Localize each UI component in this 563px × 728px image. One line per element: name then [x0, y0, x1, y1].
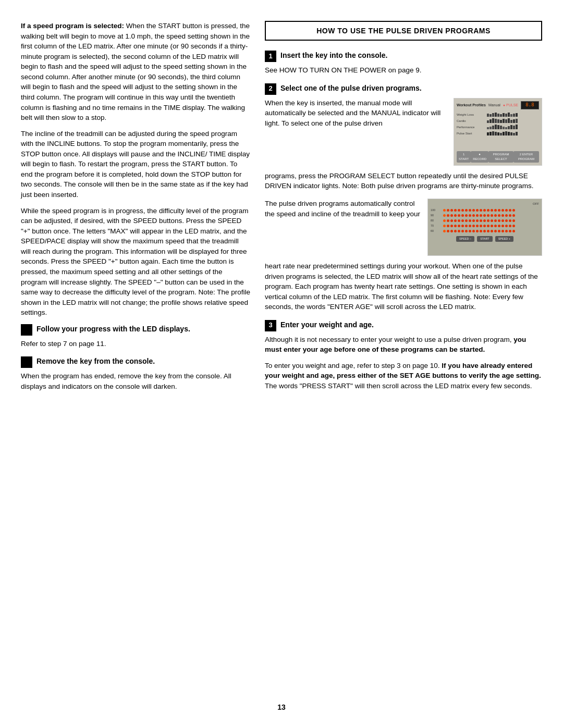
step-3-heading: 3 Enter your weight and age. [265, 319, 542, 331]
step-1-number: 1 [265, 51, 276, 62]
right-column: HOW TO USE THE PULSE DRIVEN PROGRAMS 1 I… [265, 21, 542, 702]
step-7-number [21, 356, 32, 368]
left-column: If a speed program is selected: When the… [21, 21, 250, 702]
step-2-content: When the key is inserted, the manual mod… [265, 98, 542, 166]
led-row-2: 90 [431, 214, 539, 218]
step-6-label: Follow your progress with the LED displa… [36, 324, 190, 334]
led-row-5: 60 [431, 229, 539, 233]
step-7-label: Remove the key from the console. [36, 356, 155, 366]
step-2b-content: The pulse driven programs automatically … [265, 199, 542, 256]
page-number: 13 [0, 702, 563, 712]
step-2-number: 2 [265, 83, 276, 95]
led-row-3: 80 [431, 219, 539, 223]
step-6-heading: Follow your progress with the LED displa… [21, 324, 250, 336]
step-6-body: Refer to step 7 on page 11. [21, 339, 250, 349]
step-2-label: Select one of the pulse driven programs. [280, 83, 422, 93]
led-panel: OFF 100 90 [428, 199, 542, 255]
step-6-number [21, 324, 32, 336]
led-row-4: 70 [431, 224, 539, 228]
step-3-label: Enter your weight and age. [280, 319, 374, 330]
step-2-text: When the key is inserted, the manual mod… [265, 98, 446, 160]
console-image-1: Workout Profiles Manual ● PULSE 8.8 Weig… [454, 98, 542, 166]
step-2-after-text: programs, press the PROGRAM SELECT butto… [265, 171, 542, 191]
step-1-body: See HOW TO TURN ON THE POWER on page 9. [265, 65, 542, 76]
pulse-desc-after: heart rate near predetermined settings d… [265, 261, 542, 312]
step-7-block: Remove the key from the console. When th… [21, 356, 250, 391]
pulse-desc-before: The pulse driven programs automatically … [265, 199, 420, 219]
step-6-block: Follow your progress with the LED displa… [21, 324, 250, 349]
step-7-body: When the program has ended, remove the k… [21, 371, 250, 391]
led-matrix-image: OFF 100 90 [427, 199, 542, 256]
step-7-heading: Remove the key from the console. [21, 356, 250, 368]
step-1-block: 1 Insert the key into the console. See H… [265, 50, 542, 76]
page: If a speed program is selected: When the… [0, 0, 563, 728]
step-2b-block: The pulse driven programs automatically … [265, 199, 542, 312]
led-row-1: 100 [431, 208, 539, 213]
speed-adjust-para: While the speed program is in progress, … [21, 206, 250, 318]
step-3-body-1: Although it is not necessary to enter yo… [265, 335, 542, 355]
step-3-number: 3 [265, 320, 276, 331]
section-header: HOW TO USE THE PULSE DRIVEN PROGRAMS [265, 21, 542, 41]
incline-para: The incline of the treadmill can be adju… [21, 129, 250, 200]
profile-bars: Weight Loss Cardio [457, 111, 539, 150]
step-3-block: 3 Enter your weight and age. Although it… [265, 319, 542, 391]
step-1-label: Insert the key into the console. [280, 50, 387, 60]
step-2-heading: 2 Select one of the pulse driven program… [265, 83, 542, 95]
step-2-block: 2 Select one of the pulse driven program… [265, 83, 542, 191]
speed-program-para: If a speed program is selected: When the… [21, 21, 250, 123]
step-1-heading: 1 Insert the key into the console. [265, 50, 542, 62]
step-3-body-2: To enter you weight and age, refer to st… [265, 361, 542, 391]
